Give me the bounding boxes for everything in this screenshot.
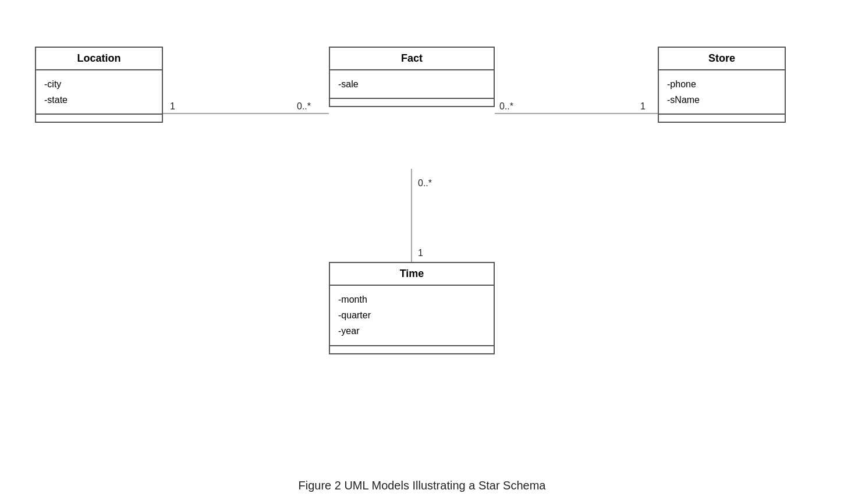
svg-text:0..*: 0..* (499, 101, 513, 111)
location-footer (36, 113, 162, 122)
uml-class-fact: Fact -sale (329, 47, 495, 107)
fact-header: Fact (330, 48, 494, 70)
store-footer (659, 113, 785, 122)
fact-body: -sale (330, 70, 494, 98)
svg-text:1: 1 (170, 101, 175, 111)
store-body: -phone -sName (659, 70, 785, 113)
location-header: Location (36, 48, 162, 70)
fact-attr-sale: -sale (338, 76, 485, 92)
location-body: -city -state (36, 70, 162, 113)
store-attr-phone: -phone (667, 76, 776, 92)
svg-text:1: 1 (418, 248, 423, 258)
uml-class-store: Store -phone -sName (658, 47, 786, 123)
uml-class-time: Time -month -quarter -year (329, 262, 495, 354)
time-attr-year: -year (338, 323, 485, 339)
time-attr-month: -month (338, 292, 485, 307)
svg-text:1: 1 (640, 101, 646, 111)
figure-caption: Figure 2 UML Models Illustrating a Star … (0, 479, 844, 492)
caption-text: Figure 2 UML Models Illustrating a Star … (299, 479, 546, 492)
svg-text:0..*: 0..* (418, 178, 432, 188)
time-body: -month -quarter -year (330, 286, 494, 345)
location-attr-state: -state (44, 92, 154, 108)
store-attr-sname: -sName (667, 92, 776, 108)
svg-text:0..*: 0..* (297, 101, 311, 111)
fact-footer (330, 98, 494, 106)
time-attr-quarter: -quarter (338, 307, 485, 323)
time-footer (330, 345, 494, 353)
store-header: Store (659, 48, 785, 70)
time-header: Time (330, 263, 494, 286)
location-attr-city: -city (44, 76, 154, 92)
uml-class-location: Location -city -state (35, 47, 163, 123)
diagram-container: 1 0..* 0..* 1 0..* 1 Location -city -sta… (0, 0, 844, 466)
